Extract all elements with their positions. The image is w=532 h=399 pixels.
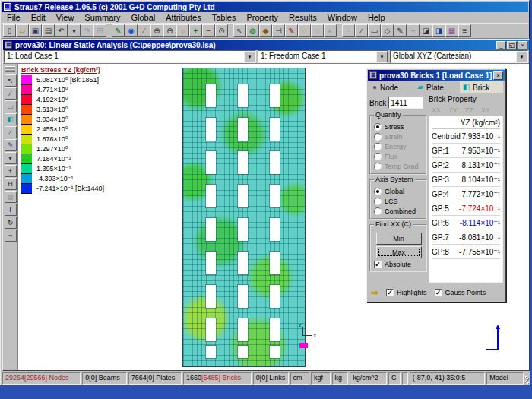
- coord-system-dropdown-icon[interactable]: ▼: [516, 51, 527, 62]
- select-arrow-icon[interactable]: ↖: [233, 24, 246, 37]
- tab-brick[interactable]: ◧ Brick: [460, 81, 503, 93]
- light-off-icon[interactable]: ☼: [311, 24, 324, 37]
- brick-tool-icon[interactable]: ◧: [5, 113, 17, 125]
- add-tool-icon[interactable]: +: [5, 165, 17, 177]
- line-select-icon[interactable]: ∕: [355, 24, 368, 37]
- freedom-case-dropdown-icon[interactable]: ▼: [376, 51, 388, 62]
- zoom-extents-icon[interactable]: ⊙: [215, 24, 228, 37]
- resize-grip[interactable]: [525, 372, 530, 385]
- zoom-out-icon[interactable]: ⊖: [163, 24, 176, 37]
- quantity-radio[interactable]: Stress: [374, 122, 423, 131]
- model-opening: [270, 118, 280, 141]
- freedom-case-combo[interactable]: 1: Freedom Case 1 ▼: [258, 50, 388, 63]
- menu-item[interactable]: Help: [363, 12, 391, 23]
- minimize-button[interactable]: _: [496, 41, 506, 49]
- quantity-radio[interactable]: Temp Grad: [374, 161, 423, 171]
- menu-item[interactable]: Global: [125, 12, 160, 23]
- globe-icon[interactable]: ◉: [125, 24, 138, 37]
- zoom-line-tool-icon[interactable]: ∕: [5, 87, 17, 100]
- zoom-in-icon[interactable]: ⊕: [150, 24, 163, 37]
- fill-icon[interactable]: ◪: [420, 24, 432, 37]
- ibeam-tool-icon[interactable]: ¬: [5, 230, 17, 242]
- light-on-icon[interactable]: ☼: [298, 24, 311, 37]
- menu-item[interactable]: File: [2, 12, 26, 23]
- menu-item[interactable]: Edit: [26, 12, 51, 23]
- undo-icon[interactable]: ↶: [55, 24, 68, 37]
- tab-plate[interactable]: ▰ Plate: [414, 81, 458, 93]
- quantity-radio[interactable]: Strain: [374, 131, 423, 141]
- redo-icon[interactable]: ↷: [81, 24, 93, 37]
- print-icon[interactable]: ▤: [42, 24, 55, 37]
- dropdown-tool-icon[interactable]: ▾: [5, 152, 17, 164]
- coord-system-combo[interactable]: Global XYZ (Cartesian) ▼: [390, 50, 528, 63]
- rect-tool-icon[interactable]: ▭: [5, 100, 17, 112]
- scale-down-icon[interactable]: −: [202, 24, 215, 37]
- component-tab[interactable]: XY: [481, 106, 490, 114]
- tab-node[interactable]: ● Node: [369, 81, 413, 93]
- freehand-icon[interactable]: ∕: [138, 24, 150, 37]
- axis-system-radio[interactable]: Combined: [374, 206, 423, 216]
- axis-icon[interactable]: ⊣: [272, 24, 285, 37]
- light-half-icon[interactable]: ◐: [324, 24, 337, 37]
- child-titlebar[interactable]: ≣ prova30: Linear Static Analysis (C:\pe…: [3, 40, 529, 50]
- find-icon[interactable]: ⊞: [93, 24, 106, 37]
- attributes-icon[interactable]: ◆: [259, 24, 272, 37]
- model-canvas[interactable]: ↖ ∕ ▭ ◧ ∕ ✎ ▾ + H ▦: [3, 63, 529, 370]
- select-tool-icon[interactable]: ↖: [5, 74, 17, 87]
- close-button[interactable]: ×: [518, 41, 527, 49]
- quantity-radio[interactable]: Energy: [374, 141, 423, 151]
- autofit-icon[interactable]: ☼: [176, 24, 189, 37]
- rotate-tool-icon[interactable]: ↻: [5, 217, 17, 229]
- brush-tool-icon[interactable]: ✎: [5, 139, 17, 151]
- line-tool-icon[interactable]: ∕: [5, 126, 17, 138]
- brick-number-input[interactable]: [388, 97, 423, 109]
- app-titlebar[interactable]: Straus7 Release 1.06.5 (c) 2001 G+D Comp…: [2, 2, 528, 12]
- animate-icon[interactable]: ◨: [432, 24, 445, 37]
- save-file-icon[interactable]: ▣: [29, 24, 42, 37]
- hatch-select-icon[interactable]: ▫: [342, 24, 355, 37]
- menu-item[interactable]: Tables: [207, 12, 242, 23]
- menu-item[interactable]: Summary: [79, 12, 125, 23]
- list-icon[interactable]: ≡: [458, 24, 471, 37]
- undo-menu-icon[interactable]: ▾: [68, 24, 81, 37]
- scale-up-icon[interactable]: +: [189, 24, 202, 37]
- axis-system-radio[interactable]: LCS: [374, 196, 423, 206]
- find-min-button[interactable]: Min: [376, 233, 422, 245]
- text-tool-icon[interactable]: I: [5, 204, 17, 216]
- absolute-checkbox[interactable]: ✓ Absolute: [374, 261, 423, 268]
- toolbar-drag-handle[interactable]: [5, 66, 15, 72]
- menu-item[interactable]: Results: [283, 12, 322, 23]
- highlights-checkbox[interactable]: ✓ Highlights: [386, 289, 427, 296]
- model-opening: [238, 118, 248, 141]
- menu-item[interactable]: Attributes: [160, 12, 206, 23]
- entity-display-icon[interactable]: ✎: [112, 24, 125, 37]
- rect-select-icon[interactable]: ▭: [368, 24, 381, 37]
- poly-select-icon[interactable]: ◇: [381, 24, 394, 37]
- dialog-titlebar[interactable]: ≣ prova30 Bricks 1 [Load Case 1] ×: [368, 70, 505, 81]
- menu-item[interactable]: View: [51, 12, 80, 23]
- load-case-dropdown-icon[interactable]: ▼: [244, 51, 255, 62]
- axis-system-radio[interactable]: Global: [374, 186, 423, 196]
- fea-model[interactable]: z x: [182, 68, 306, 367]
- hide-tool-icon[interactable]: H: [5, 178, 17, 190]
- jump-arrow-icon[interactable]: ⇒: [371, 287, 378, 298]
- new-file-icon[interactable]: ▯: [3, 24, 16, 37]
- dialog-close-button[interactable]: ×: [493, 71, 503, 80]
- open-file-icon[interactable]: ▱: [16, 24, 29, 37]
- clear-select-icon[interactable]: ¬: [407, 24, 420, 37]
- edit-pencil-icon[interactable]: ✎: [285, 24, 298, 37]
- image-icon[interactable]: ▦: [445, 24, 458, 37]
- entity-globe-icon[interactable]: ◍: [246, 24, 259, 37]
- component-tab[interactable]: ZZ: [465, 106, 473, 114]
- quantity-radio[interactable]: Flux: [374, 151, 423, 161]
- restore-button[interactable]: ◱: [507, 41, 517, 49]
- gauss-points-checkbox[interactable]: ✓ Gauss Points: [435, 289, 486, 296]
- component-tab[interactable]: XX: [432, 106, 441, 114]
- find-max-button[interactable]: Max: [376, 246, 422, 258]
- dotted-tool-icon[interactable]: ▦: [5, 191, 17, 203]
- component-tab[interactable]: YY: [448, 106, 458, 114]
- menu-item[interactable]: Window: [322, 12, 363, 23]
- menu-item[interactable]: Property: [241, 12, 283, 23]
- brush-select-icon[interactable]: ✎: [394, 24, 407, 37]
- load-case-combo[interactable]: 1: Load Case 1 ▼: [4, 50, 256, 63]
